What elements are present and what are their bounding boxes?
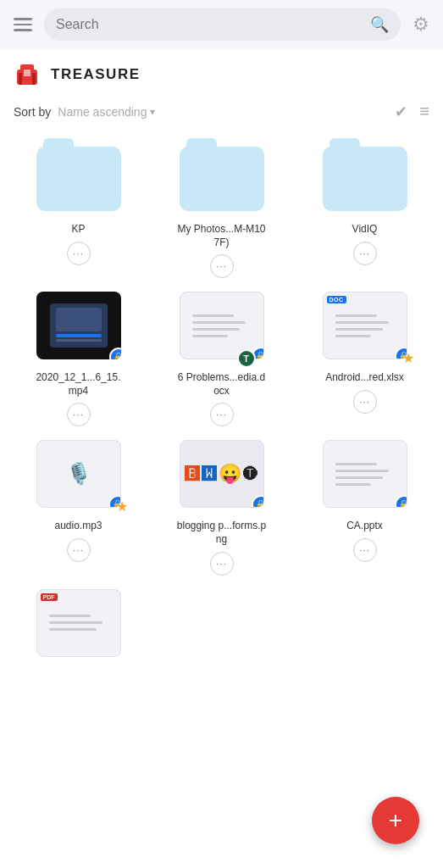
hamburger-menu-icon[interactable] [10, 14, 36, 35]
list-item[interactable]: My Photos...M-M107F) ··· [150, 138, 293, 283]
image-thumbnail: 🅱 🆆 😛 🅣 🔒 [180, 440, 264, 508]
star-badge: ★ [116, 498, 128, 515]
audio-wave-icon: 🎙️ [66, 462, 91, 486]
video-thumbnail: 🔒 [36, 292, 121, 359]
avatar-badge: T [237, 349, 256, 368]
folder-thumbnail [323, 147, 407, 211]
search-input[interactable] [56, 17, 363, 32]
file-name: 6 Problems...edia.docx [175, 371, 269, 398]
lock-badge: 🔒 [252, 495, 264, 508]
more-options-button[interactable]: ··· [353, 242, 377, 265]
pdf-type-badge: PDF [41, 593, 58, 601]
gear-icon[interactable]: ⚙ [409, 10, 433, 39]
more-options-button[interactable]: ··· [67, 403, 91, 426]
file-name: KP [71, 223, 85, 236]
list-item[interactable]: 🔒 CA.pptx ··· [293, 431, 436, 580]
file-name: audio.mp3 [54, 520, 102, 533]
lock-badge: 🔒 [109, 348, 121, 359]
sort-bar: Sort by Name ascending ▾ ✔ ≡ [0, 95, 443, 128]
svg-rect-3 [19, 73, 22, 85]
file-name: CA.pptx [346, 520, 383, 533]
file-name: Android...red.xlsx [325, 371, 404, 385]
list-view-icon[interactable]: ≡ [419, 102, 429, 121]
star-badge: ★ [402, 350, 414, 366]
file-name: blogging p...forms.png [175, 520, 269, 546]
brand-bar: TREASURE [0, 49, 443, 95]
pptx-thumbnail: 🔒 [323, 440, 407, 508]
sort-icons: ✔ ≡ [395, 102, 429, 121]
folder-thumbnail [36, 147, 121, 211]
xlsx-thumbnail: DOC 🔒 [323, 292, 407, 359]
audio-thumbnail: 🎙️ 🔒 [36, 440, 121, 508]
blogging-content: 🅱 🆆 😛 🅣 [181, 459, 262, 488]
header: 🔍 ⚙ [0, 0, 443, 49]
list-item[interactable]: 🎙️ 🔒 ★ audio.mp3 ··· [7, 431, 150, 580]
list-item[interactable]: 🔒 2020_12_1...6_15.mp4 ··· [7, 283, 150, 431]
file-name: 2020_12_1...6_15.mp4 [32, 371, 125, 398]
list-item[interactable]: DOC 🔒 ★ Android...red.xlsx ··· [293, 283, 436, 431]
search-icon: 🔍 [370, 15, 389, 34]
list-item[interactable]: VidIQ ··· [293, 138, 436, 283]
file-name: VidIQ [352, 223, 378, 236]
docx-thumbnail: 🔒 [180, 292, 264, 359]
more-options-button[interactable]: ··· [353, 390, 377, 414]
brand-name: TREASURE [51, 66, 141, 83]
sort-value-text: Name ascending [58, 105, 147, 119]
checkmark-view-icon[interactable]: ✔ [395, 103, 407, 121]
svg-rect-2 [24, 70, 30, 76]
sort-label: Sort by [14, 105, 51, 119]
doc-type-badge: DOC [327, 296, 346, 303]
file-grid: KP ··· My Photos...M-M107F) ··· VidIQ ··… [0, 128, 443, 684]
sort-value-button[interactable]: Name ascending ▾ [58, 105, 155, 119]
list-item[interactable]: PDF [7, 581, 150, 674]
svg-rect-4 [32, 73, 36, 85]
sort-chevron-icon: ▾ [150, 106, 155, 118]
file-name: My Photos...M-M107F) [175, 223, 269, 249]
pdf-thumbnail: PDF [36, 589, 121, 657]
add-button[interactable]: + [372, 797, 419, 844]
more-options-button[interactable]: ··· [210, 552, 234, 576]
list-item[interactable]: KP ··· [7, 138, 150, 283]
more-options-button[interactable]: ··· [67, 538, 91, 562]
search-bar[interactable]: 🔍 [44, 8, 401, 41]
more-options-button[interactable]: ··· [210, 254, 234, 278]
list-item[interactable]: 🅱 🆆 😛 🅣 🔒 blogging p...forms.png ··· [150, 431, 293, 580]
more-options-button[interactable]: ··· [210, 403, 234, 426]
more-options-button[interactable]: ··· [353, 538, 377, 562]
list-item[interactable]: 🔒 T 6 Problems...edia.docx ··· [150, 283, 293, 431]
more-options-button[interactable]: ··· [67, 242, 91, 265]
folder-thumbnail [180, 147, 264, 211]
brand-logo [14, 61, 41, 88]
lock-badge: 🔒 [395, 495, 407, 508]
